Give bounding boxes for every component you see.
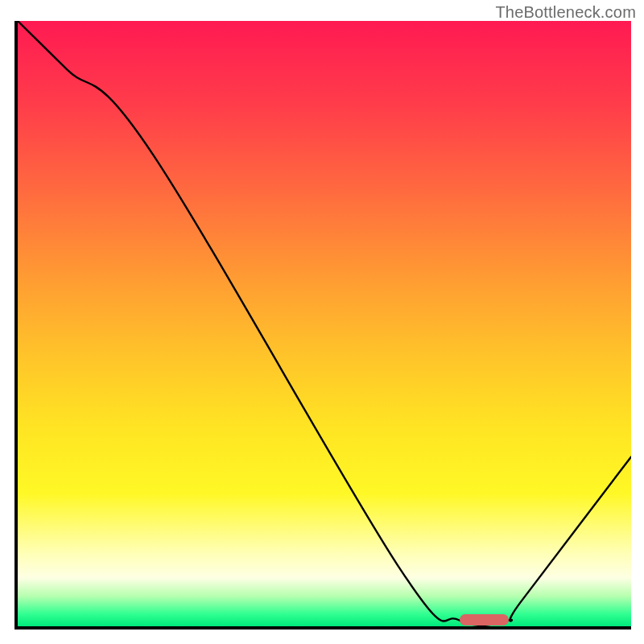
x-axis <box>14 626 631 630</box>
bottleneck-curve <box>18 21 631 626</box>
optimal-range-marker <box>460 614 509 625</box>
chart-area <box>14 21 631 630</box>
y-axis <box>14 21 18 630</box>
watermark-text: TheBottleneck.com <box>495 3 636 22</box>
